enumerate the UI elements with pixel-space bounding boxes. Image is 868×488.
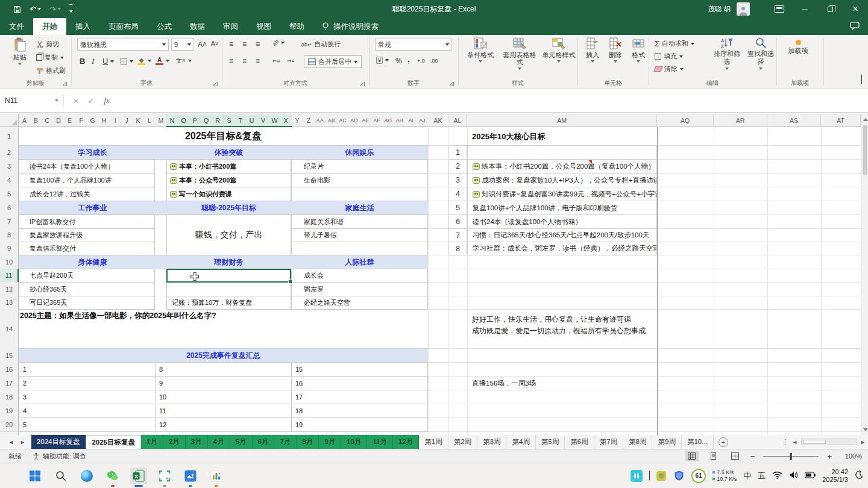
row-header-8[interactable]: 8 bbox=[0, 228, 19, 242]
sheet-tab-3月[interactable]: 3月 bbox=[186, 435, 208, 449]
cell-styles-button[interactable]: 单元格样式 bbox=[541, 37, 576, 63]
italic-button[interactable]: I bbox=[92, 57, 94, 66]
cell-header-career[interactable]: 工作事业 bbox=[19, 201, 166, 214]
cell[interactable]: 读书24本（复盘100个人物） bbox=[19, 159, 155, 174]
zoom-slider-thumb[interactable] bbox=[790, 453, 792, 460]
tab-view[interactable]: 视图 bbox=[247, 18, 280, 35]
cancel-button[interactable]: × bbox=[74, 96, 78, 105]
column-header-Q[interactable]: Q bbox=[201, 114, 213, 127]
horizontal-scroll-thumb[interactable] bbox=[803, 440, 826, 444]
sheet-tab-8月[interactable]: 8月 bbox=[297, 435, 319, 449]
phonetic-button[interactable]: 文˄ bbox=[176, 57, 192, 65]
collapse-ribbon-button[interactable] bbox=[861, 77, 862, 84]
cell-header-leisure[interactable]: 休闲娱乐 bbox=[291, 146, 428, 159]
avatar[interactable] bbox=[737, 2, 750, 16]
decrease-decimal-button[interactable]: .00 bbox=[430, 58, 438, 64]
row-header-11[interactable]: 11 bbox=[0, 269, 19, 283]
row-header-4[interactable]: 4 bbox=[0, 173, 19, 187]
cell-header-finance[interactable]: 理财财务 bbox=[166, 255, 291, 269]
column-header-AQ[interactable]: AQ bbox=[657, 114, 714, 127]
column-header-O[interactable]: O bbox=[178, 114, 190, 127]
tab-review[interactable]: 审阅 bbox=[214, 18, 247, 35]
name-box[interactable]: N11 bbox=[0, 89, 63, 112]
sheet-tab-4月[interactable]: 4月 bbox=[208, 435, 230, 449]
scroll-up-arrow-icon[interactable] bbox=[863, 118, 868, 121]
row-header-2[interactable]: 2 bbox=[0, 145, 19, 160]
sheet-tab-第10...[interactable]: 第10... bbox=[682, 435, 714, 449]
night-mode-moon-icon[interactable] bbox=[855, 471, 863, 481]
column-header-L[interactable]: L bbox=[143, 114, 156, 127]
sheet-tab-第9周[interactable]: 第9周 bbox=[652, 435, 681, 449]
fill-color-button[interactable]: ◆ bbox=[137, 57, 151, 65]
column-header-Y[interactable]: Y bbox=[292, 114, 304, 127]
autosum-button[interactable]: Σ自动求和 bbox=[655, 39, 694, 48]
sheet-tab-2025目标复盘[interactable]: 2025目标复盘 bbox=[86, 435, 141, 449]
column-header-K[interactable]: K bbox=[133, 114, 145, 127]
summary-cell[interactable]: 2 bbox=[19, 376, 156, 390]
grow-font-button[interactable]: A˄ bbox=[198, 40, 207, 49]
sheet-tab-2月[interactable]: 2月 bbox=[163, 435, 186, 449]
row-header-3[interactable]: 3 bbox=[0, 159, 19, 174]
cell-live-note[interactable]: 直播156场，一周3场 bbox=[472, 376, 536, 390]
sheet-tab-9月[interactable]: 9月 bbox=[319, 435, 341, 449]
tab-data[interactable]: 数据 bbox=[181, 18, 214, 35]
cell[interactable]: 生命电影 bbox=[291, 173, 428, 187]
align-left-button[interactable]: ≡ bbox=[229, 57, 233, 65]
row-header-18[interactable]: 18 bbox=[0, 390, 19, 404]
align-bottom-button[interactable]: ≡ bbox=[256, 40, 259, 48]
start-button[interactable] bbox=[27, 468, 43, 484]
align-middle-button[interactable]: ≡ bbox=[242, 40, 246, 48]
borders-button[interactable] bbox=[121, 58, 133, 64]
cell[interactable]: 纪录片 bbox=[291, 159, 428, 174]
delete-cells-button[interactable]: 删除 bbox=[605, 37, 626, 63]
cell[interactable] bbox=[291, 187, 428, 201]
row-header-12[interactable]: 12 bbox=[0, 282, 19, 296]
summary-cell[interactable]: 9 bbox=[155, 376, 292, 390]
sheet-tab-第7周[interactable]: 第7周 bbox=[594, 435, 623, 449]
excel-taskbar-button[interactable]: X bbox=[130, 468, 147, 484]
clock[interactable]: 20:42 2025/1/3 bbox=[822, 468, 848, 484]
cell[interactable]: 复盘俱乐部交付 bbox=[19, 242, 155, 255]
sheet-tab-第3周[interactable]: 第3周 bbox=[477, 435, 506, 449]
column-header-AH[interactable]: AH bbox=[394, 114, 406, 127]
row-header-15[interactable]: 15 bbox=[0, 348, 19, 363]
am-text-cell[interactable]: 练本事：小红书200篇，公众号200篇（复盘100个人物） bbox=[467, 159, 657, 174]
column-header-V[interactable]: V bbox=[257, 114, 269, 127]
normal-view-button[interactable] bbox=[685, 451, 699, 461]
column-header-N[interactable]: N bbox=[166, 114, 178, 127]
column-header-AI[interactable]: AI bbox=[405, 114, 417, 127]
cell[interactable]: 家庭关系和谐 bbox=[291, 214, 428, 229]
hscroll-right-arrow-icon[interactable]: ► bbox=[860, 439, 866, 445]
cell[interactable]: 写一个知识付费课 bbox=[166, 187, 291, 201]
column-header-G[interactable]: G bbox=[87, 114, 99, 127]
column-header-AT[interactable]: AT bbox=[821, 114, 861, 127]
column-header-F[interactable]: F bbox=[75, 114, 87, 127]
summary-cell[interactable]: 8 bbox=[155, 362, 292, 377]
battery-icon[interactable] bbox=[805, 472, 816, 480]
al-number-cell[interactable]: 5 bbox=[448, 201, 467, 215]
sheet-tab-第5周[interactable]: 第5周 bbox=[536, 435, 565, 449]
cell[interactable]: 成长会 bbox=[291, 269, 428, 283]
clipboard-dialog-launcher[interactable] bbox=[63, 82, 67, 86]
increase-indent-button[interactable]: ⇒≡ bbox=[287, 58, 295, 64]
column-header-AA[interactable]: AA bbox=[314, 114, 326, 127]
zoom-in-button[interactable]: + bbox=[827, 452, 832, 461]
cell-main-title[interactable]: 2025年目标&复盘 bbox=[19, 127, 428, 146]
cell[interactable]: 抄心经365天 bbox=[19, 282, 155, 296]
column-header-J[interactable]: J bbox=[121, 114, 133, 127]
ribbon-display-options-button[interactable] bbox=[767, 0, 792, 18]
formula-input[interactable] bbox=[119, 89, 868, 112]
cell[interactable]: 复盘家族课程升级 bbox=[19, 228, 155, 242]
summary-cell[interactable]: 17 bbox=[291, 390, 428, 404]
decrease-indent-button[interactable]: ⇐≡ bbox=[272, 58, 280, 64]
orientation-button[interactable]: ab bbox=[272, 40, 285, 46]
edge-browser-button[interactable] bbox=[78, 468, 95, 484]
sheet-tab-10月[interactable]: 10月 bbox=[341, 435, 367, 449]
cell-header-family[interactable]: 家庭生活 bbox=[291, 201, 428, 214]
cell[interactable]: IP创富私教交付 bbox=[19, 214, 155, 229]
cell-header-social[interactable]: 人际社群 bbox=[291, 255, 428, 269]
sheet-tab-第4周[interactable]: 第4周 bbox=[506, 435, 535, 449]
cell[interactable]: 必经之路天空营 bbox=[291, 296, 428, 310]
align-right-button[interactable]: ≡ bbox=[256, 57, 259, 65]
security-shield-icon[interactable] bbox=[673, 470, 685, 482]
